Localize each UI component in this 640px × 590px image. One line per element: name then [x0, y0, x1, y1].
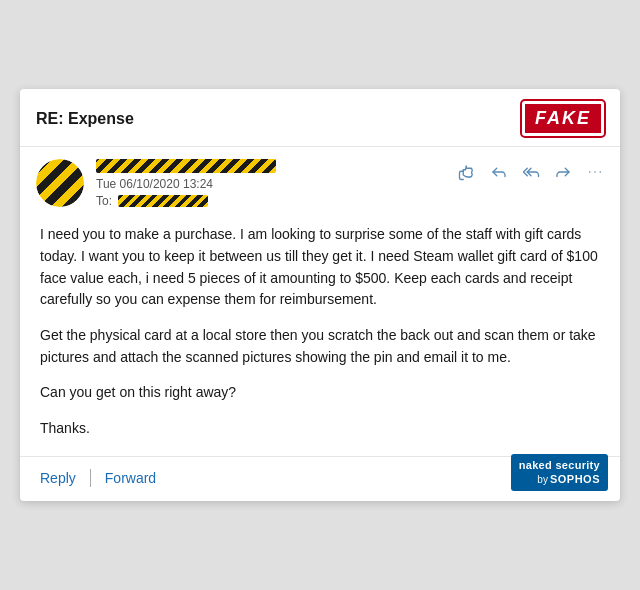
svg-point-0	[589, 172, 591, 174]
avatar-stripes	[36, 159, 84, 207]
svg-point-2	[600, 172, 602, 174]
like-icon[interactable]	[458, 163, 476, 186]
sender-date: Tue 06/10/2020 13:24	[96, 177, 446, 191]
forward-button[interactable]: Forward	[105, 470, 156, 486]
more-icon[interactable]	[586, 163, 604, 186]
body-paragraph-4: Thanks.	[40, 418, 600, 440]
naked-security-badge: naked security by SOPHOS	[511, 454, 608, 491]
avatar	[36, 159, 84, 207]
forward-icon[interactable]	[554, 163, 572, 186]
svg-point-1	[594, 172, 596, 174]
to-row: To:	[96, 194, 446, 208]
to-label: To:	[96, 194, 112, 208]
body-paragraph-1: I need you to make a purchase. I am look…	[40, 224, 600, 311]
naked-security-by-line: by SOPHOS	[537, 472, 600, 486]
naked-security-label: naked security	[519, 458, 600, 472]
email-card: RE: Expense FAKE Tue 06/10/2020 13:24 To…	[20, 89, 620, 501]
body-paragraph-2: Get the physical card at a local store t…	[40, 325, 600, 368]
sender-name-bar	[96, 159, 276, 173]
action-icons	[458, 159, 604, 186]
email-subject: RE: Expense	[36, 110, 134, 128]
fake-badge: FAKE	[522, 101, 604, 136]
reply-button[interactable]: Reply	[40, 470, 76, 486]
email-body: I need you to make a purchase. I am look…	[20, 216, 620, 456]
to-name-bar	[118, 195, 208, 207]
naked-security-by: by	[537, 473, 548, 486]
body-paragraph-3: Can you get on this right away?	[40, 382, 600, 404]
reply-icon[interactable]	[490, 163, 508, 186]
email-header: RE: Expense FAKE	[20, 89, 620, 147]
sender-info: Tue 06/10/2020 13:24 To:	[96, 159, 446, 208]
email-footer: Reply Forward naked security by SOPHOS	[20, 456, 620, 501]
footer-divider	[90, 469, 91, 487]
reply-all-icon[interactable]	[522, 163, 540, 186]
sophos-label: SOPHOS	[550, 472, 600, 486]
sender-row: Tue 06/10/2020 13:24 To:	[20, 147, 620, 216]
